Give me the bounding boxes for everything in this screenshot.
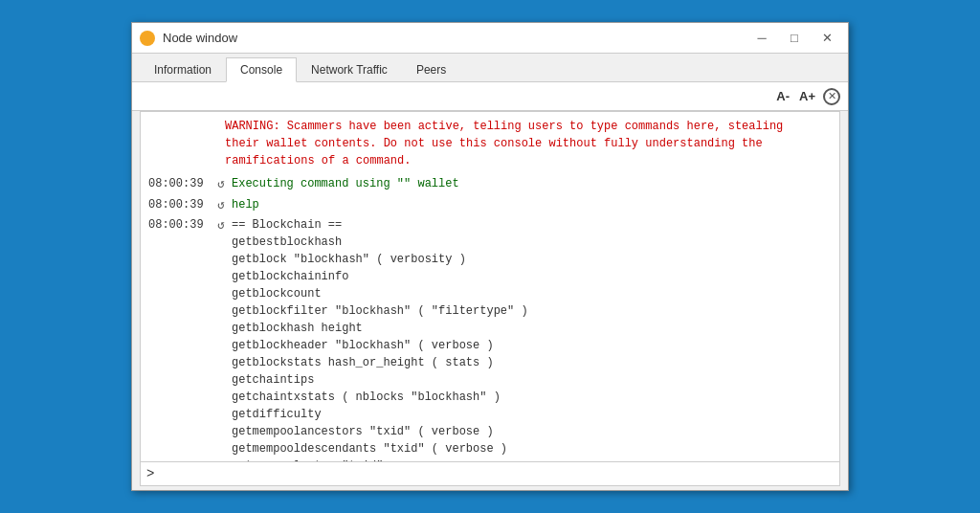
warning-block: WARNING: Scammers have been active, tell… bbox=[148, 118, 832, 169]
tab-bar: Information Console Network Traffic Peer… bbox=[132, 54, 848, 82]
tab-peers[interactable]: Peers bbox=[402, 56, 460, 81]
warning-text: WARNING: Scammers have been active, tell… bbox=[225, 120, 783, 167]
log-line: 08:00:39 ↺ Executing command using "" wa… bbox=[148, 175, 832, 194]
node-window: Node window ─ □ ✕ Information Console Ne… bbox=[131, 22, 849, 491]
log-timestamp: 08:00:39 bbox=[148, 196, 211, 213]
font-decrease-button[interactable]: A- bbox=[774, 89, 791, 103]
console-input-row: > bbox=[141, 461, 839, 485]
console-toolbar: A- A+ ✕ bbox=[132, 82, 848, 111]
tab-information[interactable]: Information bbox=[140, 56, 226, 81]
tab-console[interactable]: Console bbox=[226, 57, 297, 82]
clear-console-button[interactable]: ✕ bbox=[823, 88, 840, 105]
font-increase-button[interactable]: A+ bbox=[797, 89, 817, 103]
console-prompt: > bbox=[146, 466, 154, 481]
close-button[interactable]: ✕ bbox=[813, 28, 840, 49]
minimize-button[interactable]: ─ bbox=[748, 28, 775, 49]
log-timestamp: 08:00:39 bbox=[148, 216, 211, 234]
window-title: Node window bbox=[163, 31, 748, 45]
title-bar: Node window ─ □ ✕ bbox=[132, 23, 848, 54]
console-output[interactable]: WARNING: Scammers have been active, tell… bbox=[141, 112, 839, 461]
console-input[interactable] bbox=[160, 467, 834, 480]
log-timestamp: 08:00:39 bbox=[148, 175, 211, 192]
maximize-button[interactable]: □ bbox=[781, 28, 808, 49]
log-icon-refresh: ↺ bbox=[211, 216, 232, 235]
log-content: help bbox=[232, 196, 832, 213]
console-area: WARNING: Scammers have been active, tell… bbox=[140, 111, 840, 486]
window-controls: ─ □ ✕ bbox=[748, 28, 840, 49]
log-icon-refresh: ↺ bbox=[211, 196, 232, 215]
log-icon-refresh: ↺ bbox=[211, 175, 232, 194]
tab-network-traffic[interactable]: Network Traffic bbox=[297, 56, 402, 81]
log-content-blockchain: == Blockchain == getbestblockhash getblo… bbox=[232, 216, 832, 461]
log-line: 08:00:39 ↺ == Blockchain == getbestblock… bbox=[148, 216, 832, 461]
log-content: Executing command using "" wallet bbox=[232, 175, 832, 192]
log-line: 08:00:39 ↺ help bbox=[148, 196, 832, 215]
window-icon bbox=[140, 31, 155, 46]
